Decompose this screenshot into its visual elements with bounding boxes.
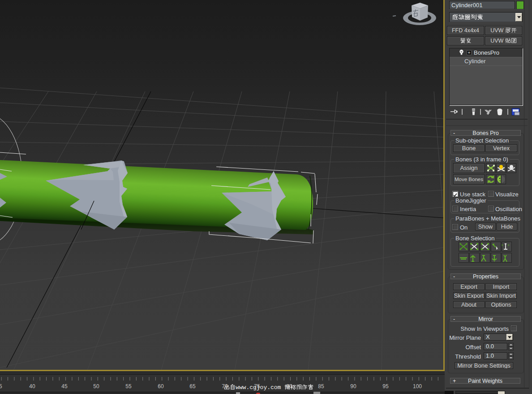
svg-text:x: x xyxy=(508,243,510,247)
svg-text:x: x xyxy=(502,243,503,247)
